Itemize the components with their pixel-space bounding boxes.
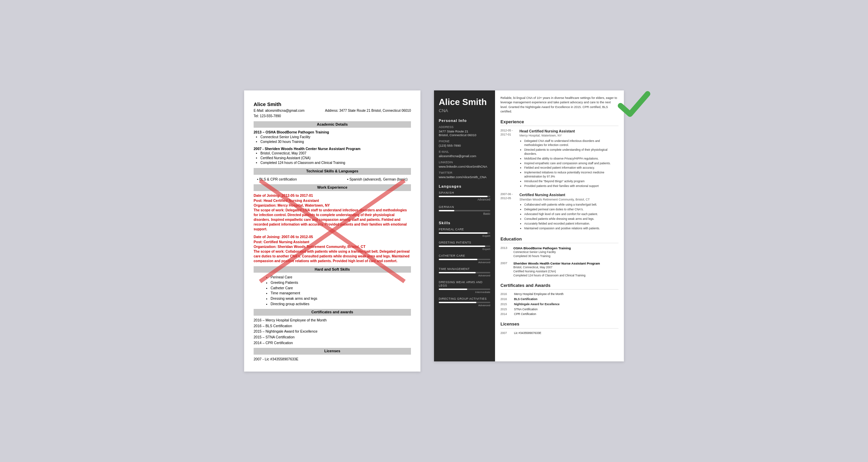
- skill-dressing-name: DRESSING WEAK ARMS AND LEGS: [439, 280, 490, 287]
- left-tel: Tel: 123-555-7890: [254, 114, 281, 119]
- cert-row-4: 2014 CPR Certification: [500, 312, 618, 316]
- cert-row-3: 2015 STNA Certification: [500, 308, 618, 312]
- cert-item: 2015 – Nightingale Award for Excellence: [254, 329, 411, 334]
- lang-spanish: SPANISH Advanced: [439, 191, 490, 201]
- certs-list: 2016 – Mercy Hospital Employee of the Mo…: [254, 318, 411, 345]
- skill-item: Perineal Care: [271, 275, 411, 280]
- cert-row-0: 2016 Mercy Hospital Employee of the Mont…: [500, 292, 618, 296]
- main-summary: Reliable, bi-lingual CNA of 10+ years in…: [500, 96, 618, 114]
- linkedin-label: LinkedIn: [439, 161, 490, 164]
- lang-german-bar-fill: [439, 210, 454, 211]
- hard-skills-list: Perineal Care Greeting Patients Catheter…: [271, 275, 411, 306]
- exp-dates-1: 2007-06 - 2012-05: [500, 192, 517, 231]
- lang-spanish-bar-bg: [439, 196, 490, 197]
- exp-bullets-0: Delegated CNA staff to understand infect…: [524, 139, 618, 188]
- skills-title: Skills: [439, 221, 490, 225]
- twitter-value: www.twitter.com/AliceSmith_CNA: [439, 175, 490, 179]
- certs-section: Certificates and Awards 2016 Mercy Hospi…: [500, 282, 618, 317]
- work-date-0: Date of Joining: 2012-05 to 2017-01: [254, 193, 411, 198]
- phone-value: (123) 555-7890: [439, 144, 490, 147]
- academic-bullets-0: Connecticut Senior Living Facility Compl…: [260, 135, 411, 144]
- experience-title: Experience: [500, 119, 618, 126]
- certs-title: Certificates and Awards: [500, 282, 618, 290]
- experience-section: Experience 2012-05 - 2017-01 Head Certif…: [500, 119, 618, 231]
- skill-dressing: DRESSING WEAK ARMS AND LEGS Intermediate: [439, 280, 490, 294]
- skill-perineal-level: Expert: [439, 234, 490, 237]
- left-header: Alice Smith E-Mail: alicesmithcna@gmail.…: [254, 101, 411, 119]
- skill-time: TIME MANAGEMENT Advanced: [439, 267, 490, 277]
- skill-directing-name: DIRECTING GROUP ACTIVITIES: [439, 297, 490, 300]
- technical-skills-row: • BLS & CPR certification • Spanish (adv…: [254, 177, 411, 182]
- academic-bullet: Connecticut Senior Living Facility: [260, 135, 411, 140]
- skill-perineal: PERINEAL CARE Expert: [439, 228, 490, 237]
- cert-item: 2015 – STNA Certification: [254, 335, 411, 340]
- skill-greeting-name: GREETING PATIENTS: [439, 241, 490, 244]
- edu-item-1: 2007 Sheriden Woods Health Center Nurse …: [500, 261, 618, 278]
- work-org-0: Organization: Mercy Hospital, Watertown,…: [254, 203, 411, 208]
- technical-right: • Spanish (advanced), German (basic): [347, 177, 408, 182]
- skill-item: Dressing weak arms and legs: [271, 296, 411, 301]
- certs-header: Certificates and awards: [254, 309, 411, 315]
- lang-spanish-name: SPANISH: [439, 191, 490, 194]
- skills-section: Skills PERINEAL CARE Expert GREETING PAT…: [439, 221, 490, 307]
- lang-spanish-level: Advanced: [439, 198, 490, 201]
- work-item-0: Date of Joining: 2012-05 to 2017-01 Post…: [254, 193, 411, 232]
- skill-perineal-name: PERINEAL CARE: [439, 228, 490, 231]
- work-items: Date of Joining: 2012-05 to 2017-01 Post…: [254, 193, 411, 264]
- skill-item: Time management: [271, 291, 411, 296]
- sidebar: Alice Smith CNA Personal Info Address 34…: [434, 90, 495, 361]
- personal-info-title: Personal Info: [439, 119, 490, 123]
- skill-catheter-name: CATHETER CARE: [439, 254, 490, 257]
- license-item: 2007 - Lic #343558907633E: [254, 357, 411, 362]
- skill-time-level: Advanced: [439, 274, 490, 277]
- skill-item: Greeting Patients: [271, 280, 411, 285]
- left-address: Address: 3477 State Route 21 Bristol, Co…: [325, 108, 411, 113]
- left-email: E-Mail: alicesmithcna@gmail.com: [254, 108, 304, 113]
- address-label: Address: [439, 125, 490, 129]
- left-tel-row: Tel: 123-555-7890: [254, 114, 411, 119]
- academic-header: Academic Details: [254, 121, 411, 128]
- languages-section: Languages SPANISH Advanced GERMAN Basic: [439, 184, 490, 215]
- academic-bullet: Completed 124 hours of Classroom and Cli…: [260, 161, 411, 165]
- exp-detail-0: Head Certified Nursing Assistant Mercy H…: [519, 129, 618, 189]
- left-contact-row: E-Mail: alicesmithcna@gmail.com Address:…: [254, 108, 411, 113]
- lang-german-level: Basic: [439, 212, 490, 215]
- academic-item-0: 2013 – OSHA BloodBorne Pathogen Training…: [254, 130, 411, 144]
- resume-right: Alice Smith CNA Personal Info Address 34…: [434, 90, 624, 361]
- skill-catheter-level: Advanced: [439, 261, 490, 264]
- work-post-1: Post: Certified Nursing Assistant: [254, 239, 411, 245]
- lang-german-name: GERMAN: [439, 205, 490, 209]
- languages-title: Languages: [439, 184, 490, 188]
- licenses-section: Licenses 2007 Lic #343558907633E: [500, 321, 618, 335]
- phone-label: Phone: [439, 140, 490, 143]
- technical-left: • BLS & CPR certification: [257, 177, 297, 182]
- licenses-title: Licenses: [500, 321, 618, 328]
- right-name: Alice Smith: [439, 97, 490, 107]
- academic-year-0: 2013 – OSHA BloodBorne Pathogen Training: [254, 130, 411, 135]
- email-label: E-mail: [439, 150, 490, 153]
- personal-info-section: Personal Info Address 3477 State Route 2…: [439, 119, 490, 179]
- skill-directing: DIRECTING GROUP ACTIVITIES Advanced: [439, 297, 490, 307]
- work-scope-0: The scope of work: Delegated CNA staff t…: [254, 208, 411, 232]
- skill-item: Catheter Care: [271, 286, 411, 291]
- education-title: Education: [500, 236, 618, 243]
- edu-item-0: 2013 OSHA BloodBorne Pathogen Training C…: [500, 246, 618, 258]
- technical-header: Technical Skills & Languages: [254, 168, 411, 174]
- main-content: Reliable, bi-lingual CNA of 10+ years in…: [495, 90, 624, 361]
- right-title: CNA: [439, 108, 490, 113]
- lang-german-bar-bg: [439, 210, 490, 211]
- left-name: Alice Smith: [254, 101, 411, 108]
- lang-german: GERMAN Basic: [439, 205, 490, 215]
- academic-bullet: Certified Nursing Assistant (CNA): [260, 156, 411, 161]
- skill-greeting-level: Expert: [439, 248, 490, 251]
- resume-left: Alice Smith E-Mail: alicesmithcna@gmail.…: [244, 90, 420, 372]
- skill-greeting: GREETING PATIENTS Expert: [439, 241, 490, 251]
- academic-bullet: Bristol, Connecticut, May 2007: [260, 151, 411, 156]
- cert-item: 2016 – BLS Certification: [254, 323, 411, 329]
- cert-row-2: 2015 Nightingale Award for Excellence: [500, 302, 618, 307]
- license-row: 2007 Lic #343558907633E: [500, 331, 618, 335]
- skill-item: Directing group activities: [271, 301, 411, 307]
- licenses-header: Licenses: [254, 348, 411, 354]
- work-scope-1: The scope of work: Collaborated with pat…: [254, 249, 411, 264]
- lang-spanish-bar-fill: [439, 196, 488, 197]
